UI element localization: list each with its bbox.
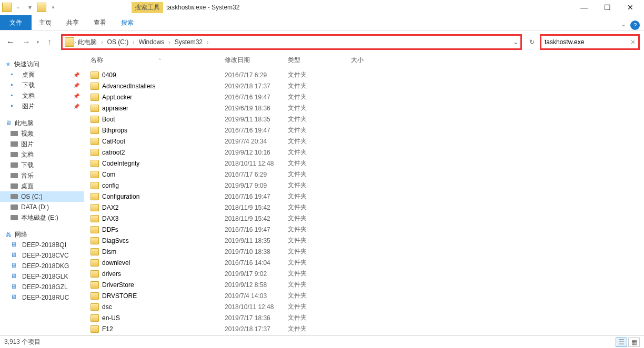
table-row[interactable]: AdvancedInstallers2019/2/18 17:37文件夹 [84,80,644,91]
table-row[interactable]: Com2016/7/17 6:29文件夹 [84,169,644,180]
table-row[interactable]: Dism2019/7/10 18:38文件夹 [84,246,644,257]
breadcrumb-sep-icon[interactable]: › [207,39,208,45]
breadcrumb-sep-icon[interactable]: › [168,39,170,45]
breadcrumb-sep-icon[interactable]: › [133,39,134,45]
table-row[interactable]: catroot22019/9/12 10:16文件夹 [84,147,644,158]
maximize-button[interactable]: ☐ [596,0,619,15]
window-title: taskhostw.exe - System32 [166,4,239,11]
column-name[interactable]: 名称 [90,56,103,65]
table-row[interactable]: drivers2019/9/17 9:02文件夹 [84,268,644,279]
sidebar-quickaccess-label: 快速访问 [14,60,39,69]
sidebar-item-label: 桌面 [22,70,35,79]
forward-button[interactable]: → [20,36,33,48]
table-row[interactable]: CodeIntegrity2018/10/11 12:48文件夹 [84,158,644,169]
sidebar-thispc[interactable]: 🖥 此电脑 [0,118,84,128]
breadcrumb-item[interactable]: 此电脑 [76,37,99,48]
column-headers[interactable]: 名称⌃ 修改日期 类型 大小 [84,54,644,67]
address-dropdown-icon[interactable]: ⌄ [513,38,518,46]
sidebar-item[interactable]: ▪下载📌 [0,80,84,90]
file-name: Configuration [102,193,139,200]
sidebar-item-label: 下载 [21,161,34,170]
tab-home[interactable]: 主页 [32,15,59,30]
folder-icon: ▪ [11,102,19,110]
sidebar-item[interactable]: ▪文档📌 [0,90,84,101]
thumbnails-view-toggle[interactable]: ▦ [628,337,640,347]
sidebar-item[interactable]: ▪桌面📌 [0,69,84,80]
table-row[interactable]: F122019/2/18 17:37文件夹 [84,323,644,334]
folder-icon [90,292,99,300]
qat-more-icon[interactable]: ▼ [48,3,58,12]
sidebar-item[interactable]: ▪图片📌 [0,101,84,111]
back-button[interactable]: ← [4,36,17,48]
sidebar-item[interactable]: DATA (D:) [0,202,84,212]
breadcrumb-sep-icon[interactable]: › [101,39,103,45]
qat-dropdown-icon[interactable]: ▾ [25,3,35,12]
sidebar-item[interactable]: 文档 [0,149,84,160]
search-box[interactable]: × [540,34,640,50]
sidebar-item[interactable]: 本地磁盘 (E:) [0,212,84,223]
table-row[interactable]: dsc2018/10/11 12:48文件夹 [84,301,644,312]
file-list[interactable]: 04092016/7/17 6:29文件夹AdvancedInstallers2… [84,67,644,335]
breadcrumb-item[interactable]: System32 [173,37,205,47]
sidebar-item[interactable]: 🖥DEEP-2018GLK [0,271,84,282]
address-bar[interactable]: › 此电脑›OS (C:)›Windows›System32› ⌄ [61,34,522,50]
navigation-pane[interactable]: ★ 快速访问 ▪桌面📌▪下载📌▪文档📌▪图片📌 🖥 此电脑 视频图片文档下载音乐… [0,54,84,335]
sidebar-quickaccess[interactable]: ★ 快速访问 [0,59,84,69]
expand-ribbon-icon[interactable]: ⌄ [621,21,626,30]
close-button[interactable]: ✕ [619,0,642,15]
breadcrumb-item[interactable]: Windows [137,37,167,47]
table-row[interactable]: Configuration2016/7/16 19:47文件夹 [84,191,644,202]
search-clear-icon[interactable]: × [631,38,635,46]
tab-share[interactable]: 共享 [59,15,86,30]
column-size[interactable]: 大小 [351,56,393,65]
sidebar-item[interactable]: 视频 [0,128,84,139]
table-row[interactable]: downlevel2016/7/16 14:04文件夹 [84,257,644,268]
sidebar-item[interactable]: 🖥DEEP-2018GZL [0,282,84,292]
history-dropdown[interactable]: ▼ [36,40,40,45]
folder-icon [90,204,99,211]
table-row[interactable]: DRVSTORE2019/7/4 14:03文件夹 [84,290,644,301]
sidebar-item[interactable]: 图片 [0,139,84,149]
table-row[interactable]: DAX32018/11/9 15:42文件夹 [84,213,644,224]
table-row[interactable]: CatRoot2019/7/4 20:34文件夹 [84,136,644,147]
sidebar-item[interactable]: 🖥DEEP-2018DKG [0,261,84,271]
qat-properties-icon[interactable]: ▫ [14,3,23,12]
table-row[interactable]: Bthprops2016/7/16 19:47文件夹 [84,125,644,136]
breadcrumb-item[interactable]: OS (C:) [105,37,131,47]
help-icon[interactable]: ? [630,21,640,30]
table-row[interactable]: AppLocker2016/7/16 19:47文件夹 [84,91,644,103]
refresh-button[interactable]: ↻ [527,38,537,46]
table-row[interactable]: appraiser2019/6/19 18:36文件夹 [84,103,644,114]
up-button[interactable]: ↑ [43,36,56,48]
table-row[interactable]: Boot2019/9/11 18:35文件夹 [84,114,644,125]
table-row[interactable]: 04092016/7/17 6:29文件夹 [84,69,644,80]
table-row[interactable]: DAX22018/11/9 15:42文件夹 [84,202,644,213]
search-input[interactable] [545,38,631,46]
column-date[interactable]: 修改日期 [225,56,288,65]
folder-icon [90,259,99,267]
column-type[interactable]: 类型 [288,56,351,65]
tab-search[interactable]: 搜索 [114,15,141,30]
sidebar-item[interactable]: 下载 [0,160,84,170]
sidebar-item-label: DATA (D:) [21,203,49,211]
sidebar-item[interactable]: 音乐 [0,170,84,181]
table-row[interactable]: en-US2019/7/17 18:36文件夹 [84,312,644,323]
table-row[interactable]: DDFs2016/7/16 19:47文件夹 [84,224,644,235]
sidebar-network[interactable]: 🖧 网络 [0,229,84,240]
sidebar-item[interactable]: OS (C:) [0,191,84,202]
file-name: AppLocker [102,94,132,101]
sidebar-item[interactable]: 🖥DEEP-2018CVC [0,250,84,261]
sidebar-item[interactable]: 🖥DEEP-2018RUC [0,292,84,303]
file-tab[interactable]: 文件 [0,15,32,30]
minimize-button[interactable]: — [572,0,596,15]
table-row[interactable]: config2019/9/17 9:09文件夹 [84,180,644,191]
sort-caret-icon: ⌃ [158,58,162,63]
qat-newfolder-icon[interactable] [37,3,46,12]
sidebar-item[interactable]: 桌面 [0,181,84,191]
sidebar-item[interactable]: 🖥DEEP-2018BQI [0,240,84,250]
table-row[interactable]: DriverStore2019/9/12 8:58文件夹 [84,279,644,290]
table-row[interactable]: DiagSvcs2019/9/11 18:35文件夹 [84,235,644,246]
tab-view[interactable]: 查看 [86,15,114,30]
details-view-toggle[interactable]: ☰ [616,337,627,347]
folder-icon [90,314,99,322]
